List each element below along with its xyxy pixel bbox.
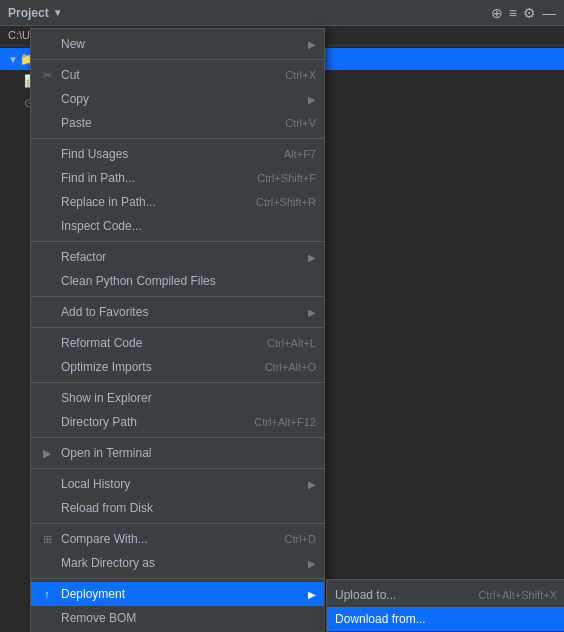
find-usages-icon <box>39 146 55 162</box>
menu-item-reformat-code[interactable]: Reformat Code Ctrl+Alt+L <box>31 331 324 355</box>
menu-item-clean-python[interactable]: Clean Python Compiled Files <box>31 269 324 293</box>
copy-arrow: ▶ <box>308 94 316 105</box>
menu-item-terminal-label: Open in Terminal <box>61 446 316 460</box>
menu-item-refactor-label: Refactor <box>61 250 304 264</box>
menu-item-reload-label: Reload from Disk <box>61 501 316 515</box>
separator-3 <box>31 296 324 297</box>
add-favorites-icon <box>39 304 55 320</box>
new-arrow: ▶ <box>308 39 316 50</box>
menu-item-mark-dir-label: Mark Directory as <box>61 556 304 570</box>
cut-shortcut: Ctrl+X <box>285 69 316 81</box>
remove-bom-icon <box>39 610 55 626</box>
menu-item-open-in-terminal[interactable]: ▶ Open in Terminal <box>31 441 324 465</box>
menu-item-reformat-code-label: Reformat Code <box>61 336 247 350</box>
panel-title: Project <box>8 6 49 20</box>
local-history-arrow: ▶ <box>308 479 316 490</box>
reload-icon <box>39 500 55 516</box>
add-favorites-arrow: ▶ <box>308 307 316 318</box>
menu-item-deployment[interactable]: ↑ Deployment ▶ Upload to... Ctrl+Alt+Shi… <box>31 582 324 606</box>
separator-5 <box>31 382 324 383</box>
compare-shortcut: Ctrl+D <box>285 533 316 545</box>
context-menu: New ▶ ✂ Cut Ctrl+X Copy ▶ Paste Ctrl+V F… <box>30 28 325 632</box>
submenu-item-upload-to[interactable]: Upload to... Ctrl+Alt+Shift+X <box>327 583 564 607</box>
folder-arrow-icon: ▼ <box>8 54 18 65</box>
menu-item-refactor[interactable]: Refactor ▶ <box>31 245 324 269</box>
compare-icon: ⊞ <box>39 531 55 547</box>
menu-item-deployment-label: Deployment <box>61 587 304 601</box>
directory-path-icon <box>39 414 55 430</box>
copy-icon <box>39 91 55 107</box>
menu-item-compare-label: Compare With... <box>61 532 265 546</box>
deployment-submenu: Upload to... Ctrl+Alt+Shift+X Download f… <box>326 579 564 632</box>
refactor-arrow: ▶ <box>308 252 316 263</box>
menu-item-directory-path[interactable]: Directory Path Ctrl+Alt+F12 <box>31 410 324 434</box>
optimize-imports-icon <box>39 359 55 375</box>
separator-6 <box>31 437 324 438</box>
new-icon <box>39 36 55 52</box>
menu-item-find-usages[interactable]: Find Usages Alt+F7 <box>31 142 324 166</box>
minimize-icon[interactable]: — <box>542 5 556 21</box>
replace-in-path-icon <box>39 194 55 210</box>
settings-icon[interactable]: ⚙ <box>523 5 536 21</box>
menu-item-remove-bom-label: Remove BOM <box>61 611 316 625</box>
menu-item-local-history[interactable]: Local History ▶ <box>31 472 324 496</box>
menu-item-mark-directory-as[interactable]: Mark Directory as ▶ <box>31 551 324 575</box>
menu-item-local-history-label: Local History <box>61 477 304 491</box>
paste-shortcut: Ctrl+V <box>285 117 316 129</box>
separator-7 <box>31 468 324 469</box>
menu-item-add-favorites-label: Add to Favorites <box>61 305 304 319</box>
menu-item-paste[interactable]: Paste Ctrl+V <box>31 111 324 135</box>
menu-item-replace-in-path[interactable]: Replace in Path... Ctrl+Shift+R <box>31 190 324 214</box>
menu-item-add-to-favorites[interactable]: Add to Favorites ▶ <box>31 300 324 324</box>
local-history-icon <box>39 476 55 492</box>
separator-8 <box>31 523 324 524</box>
directory-path-shortcut: Ctrl+Alt+F12 <box>254 416 316 428</box>
mark-dir-icon <box>39 555 55 571</box>
dropdown-arrow[interactable]: ▼ <box>53 7 63 18</box>
menu-item-find-in-path-label: Find in Path... <box>61 171 237 185</box>
menu-item-inspect-code[interactable]: Inspect Code... <box>31 214 324 238</box>
paste-icon <box>39 115 55 131</box>
find-in-path-icon <box>39 170 55 186</box>
submenu-download-label: Download from... <box>335 612 557 626</box>
find-in-path-shortcut: Ctrl+Shift+F <box>257 172 316 184</box>
menu-item-cut[interactable]: ✂ Cut Ctrl+X <box>31 63 324 87</box>
menu-item-show-in-explorer[interactable]: Show in Explorer <box>31 386 324 410</box>
menu-item-copy-label: Copy <box>61 92 304 106</box>
filter-icon[interactable]: ≡ <box>509 5 517 21</box>
refactor-icon <box>39 249 55 265</box>
globe-icon[interactable]: ⊕ <box>491 5 503 21</box>
menu-item-clean-python-label: Clean Python Compiled Files <box>61 274 316 288</box>
menu-item-remove-bom[interactable]: Remove BOM <box>31 606 324 630</box>
separator-0 <box>31 59 324 60</box>
deployment-arrow: ▶ <box>308 589 316 600</box>
find-usages-shortcut: Alt+F7 <box>284 148 316 160</box>
clean-python-icon <box>39 273 55 289</box>
replace-in-path-shortcut: Ctrl+Shift+R <box>256 196 316 208</box>
panel-header-icons: ⊕ ≡ ⚙ — <box>491 5 556 21</box>
panel-header: Project ▼ ⊕ ≡ ⚙ — <box>0 0 564 26</box>
menu-item-new[interactable]: New ▶ <box>31 32 324 56</box>
menu-item-optimize-imports[interactable]: Optimize Imports Ctrl+Alt+O <box>31 355 324 379</box>
separator-9 <box>31 578 324 579</box>
menu-item-replace-in-path-label: Replace in Path... <box>61 195 236 209</box>
terminal-icon: ▶ <box>39 445 55 461</box>
menu-item-reload-from-disk[interactable]: Reload from Disk <box>31 496 324 520</box>
inspect-code-icon <box>39 218 55 234</box>
menu-item-cut-label: Cut <box>61 68 265 82</box>
menu-item-paste-label: Paste <box>61 116 265 130</box>
show-explorer-icon <box>39 390 55 406</box>
menu-item-compare-with[interactable]: ⊞ Compare With... Ctrl+D <box>31 527 324 551</box>
menu-item-find-in-path[interactable]: Find in Path... Ctrl+Shift+F <box>31 166 324 190</box>
submenu-item-download-from[interactable]: Download from... <box>327 607 564 631</box>
menu-item-copy[interactable]: Copy ▶ <box>31 87 324 111</box>
separator-1 <box>31 138 324 139</box>
separator-2 <box>31 241 324 242</box>
cut-icon: ✂ <box>39 67 55 83</box>
menu-item-show-explorer-label: Show in Explorer <box>61 391 316 405</box>
submenu-upload-shortcut: Ctrl+Alt+Shift+X <box>478 589 557 601</box>
menu-item-find-usages-label: Find Usages <box>61 147 264 161</box>
menu-item-directory-path-label: Directory Path <box>61 415 234 429</box>
mark-dir-arrow: ▶ <box>308 558 316 569</box>
reformat-code-icon <box>39 335 55 351</box>
